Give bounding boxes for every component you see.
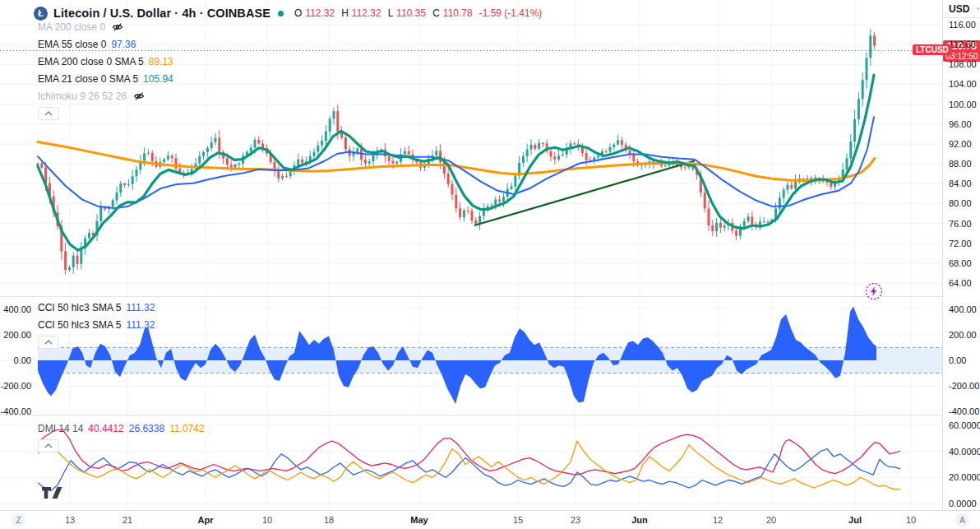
chart-window: Ł Litecoin / U.S. Dollar · 4h · COINBASE… (0, 0, 980, 529)
symbol-price-flag: LTCUSD (913, 44, 952, 55)
time-axis-label: 20 (766, 515, 776, 525)
price-tick-label: 100.00 (949, 100, 977, 109)
time-axis-label: Jul (848, 515, 862, 525)
price-tick-label: 84.00 (949, 179, 972, 188)
market-open-status-icon[interactable] (278, 11, 284, 16)
indicator-value: 111.32 (126, 302, 155, 313)
indicator-value: 111.32 (126, 319, 155, 331)
indicator-label: DMI 14 14 (38, 423, 83, 434)
cci-tick-label: 400.00 (0, 304, 31, 314)
dmi-tick-label: 0.0000 (949, 499, 977, 508)
cci-tick-label: 200.00 (949, 330, 977, 340)
cci-pane-legend: CCI 50 hlc3 SMA 5 111.32 CCI 50 hlc3 SMA… (38, 299, 155, 349)
price-tick-label: 116.00 (949, 20, 976, 30)
cci-tick-label: -200.00 (0, 381, 31, 391)
price-tick-label: 112.00 (949, 39, 976, 49)
time-axis-label: Apr (198, 515, 214, 525)
price-tick-label: 64.00 (949, 278, 972, 288)
time-axis-label: 21 (122, 515, 132, 525)
tradingview-watermark-icon (41, 484, 66, 502)
indicator-label: CCI 50 hlc3 SMA 5 (38, 302, 121, 313)
time-axis-label: Jun (631, 515, 648, 525)
dmi-tick-label: 40.0000 (949, 447, 980, 457)
indicator-row-dmi[interactable]: DMI 14 14 40.4412 26.6338 11.0742 (38, 420, 205, 437)
time-axis-label: 18 (324, 515, 334, 525)
timezone-button[interactable]: Z (12, 513, 25, 527)
indicator-row-ichimoku[interactable]: Ichimoku 9 26 52 26 (38, 87, 173, 104)
indicator-label: CCI 50 hlc3 SMA 5 (38, 319, 121, 331)
indicator-row-ma200[interactable]: MA 200 close 0 (38, 18, 173, 35)
time-axis[interactable]: Z A 1321Apr1018May1523Jun1220Jul10 (0, 510, 980, 529)
indicator-row-ema55[interactable]: EMA 55 close 0 97.36 (38, 35, 173, 53)
time-axis-label: 10 (906, 515, 916, 525)
indicator-value: 40.4412 (88, 423, 123, 434)
cci-tick-label: -400.00 (949, 406, 979, 416)
currency-selector[interactable]: USD (943, 0, 980, 18)
indicator-label: MA 200 close 0 (38, 21, 105, 33)
chevron-up-icon (44, 340, 53, 345)
indicator-row-ema200[interactable]: EMA 200 close 0 SMA 5 89.13 (38, 53, 173, 70)
currency-label: USD (949, 3, 969, 15)
ohlc-values: O112.32 H112.32 L110.35 C110.78 -1.59 (-… (294, 7, 542, 19)
price-tick-label: 104.00 (949, 79, 977, 89)
time-axis-label: May (410, 515, 428, 525)
main-pane-legend: MA 200 close 0 EMA 55 close 0 97.36 EMA … (38, 18, 173, 120)
dmi-tick-label: 20.0000 (949, 472, 980, 482)
flash-trade-icon[interactable] (865, 282, 883, 300)
price-tick-label: 108.00 (949, 59, 977, 69)
time-axis-label: 10 (262, 515, 272, 525)
time-axis-label: 23 (571, 515, 580, 525)
dmi-tick-label: 60.0000 (949, 420, 980, 430)
pane-separator[interactable] (0, 296, 980, 297)
cci-tick-label: -200.00 (949, 381, 979, 391)
indicator-row-cci-2[interactable]: CCI 50 hlc3 SMA 5 111.32 (38, 316, 155, 333)
collapse-legend-button[interactable] (38, 107, 59, 120)
price-tick-label: 92.00 (949, 139, 972, 149)
price-tick-label: 76.00 (949, 219, 972, 229)
chevron-up-icon (44, 111, 53, 116)
price-tick-label: 72.00 (949, 239, 972, 248)
time-axis-label: 12 (713, 515, 723, 525)
time-axis-label: 13 (65, 515, 75, 525)
time-axis-label: 15 (513, 515, 523, 525)
indicator-row-ema21[interactable]: EMA 21 close 0 SMA 5 105.94 (38, 70, 173, 87)
collapse-legend-button[interactable] (38, 336, 59, 349)
change-value: -1.59 (-1.41%) (479, 7, 543, 19)
dmi-pane-legend: DMI 14 14 40.4412 26.6338 11.0742 (38, 420, 205, 452)
indicator-label: EMA 21 close 0 SMA 5 (38, 73, 138, 85)
collapse-legend-button[interactable] (38, 439, 59, 452)
indicator-row-cci-1[interactable]: CCI 50 hlc3 SMA 5 111.32 (38, 299, 155, 316)
cci-tick-label: 200.00 (0, 330, 31, 340)
price-tick-label: 80.00 (949, 198, 972, 208)
price-tick-label: 88.00 (949, 159, 972, 169)
chevron-down-icon (976, 7, 980, 11)
indicator-label: EMA 55 close 0 (38, 39, 106, 50)
hidden-eye-icon[interactable] (133, 90, 145, 102)
cci-tick-label: 0.00 (0, 355, 31, 365)
price-tick-label: 96.00 (949, 119, 972, 129)
indicator-value: 89.13 (149, 56, 173, 67)
indicator-value: 11.0742 (169, 423, 205, 434)
cci-tick-label: 400.00 (949, 304, 977, 314)
indicator-label: Ichimoku 9 26 52 26 (38, 90, 127, 102)
cci-tick-label: -400.00 (0, 406, 31, 416)
cci-tick-label: 0.00 (949, 355, 966, 365)
indicator-label: EMA 200 close 0 SMA 5 (38, 56, 144, 67)
chevron-up-icon (44, 443, 53, 448)
pane-separator[interactable] (0, 415, 980, 415)
indicator-value: 97.36 (111, 39, 136, 50)
hidden-eye-icon[interactable] (112, 21, 123, 33)
price-tick-label: 68.00 (949, 258, 972, 268)
auto-scale-button[interactable]: A (955, 513, 969, 527)
indicator-value: 26.6338 (129, 423, 164, 434)
price-axis[interactable]: USD 110.78 03:12:50 116.00112.00108.0010… (942, 0, 980, 510)
indicator-value: 105.94 (143, 73, 173, 85)
